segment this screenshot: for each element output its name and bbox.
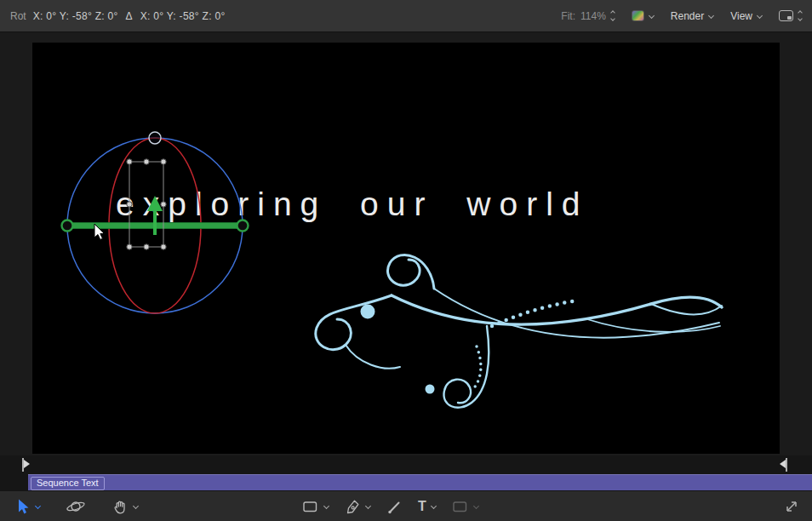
chevron-down-icon bbox=[757, 13, 763, 19]
transform-3d-tool[interactable] bbox=[64, 496, 88, 517]
hand-tool-icon bbox=[112, 498, 129, 515]
gizmo-top-handle[interactable] bbox=[149, 132, 161, 144]
gizmo-right-handle[interactable] bbox=[237, 220, 249, 232]
expand-canvas-control[interactable] bbox=[781, 496, 802, 517]
display-options-icon bbox=[779, 10, 793, 21]
chevron-down-icon bbox=[708, 13, 714, 19]
selection-handles[interactable] bbox=[127, 159, 166, 249]
chevron-down-icon[interactable] bbox=[133, 503, 139, 509]
mini-timeline[interactable] bbox=[0, 455, 812, 474]
orbit-tool-icon bbox=[66, 498, 86, 515]
select-tool-icon bbox=[15, 498, 31, 515]
sequence-text-bar[interactable]: Sequence Text bbox=[28, 474, 812, 490]
view-menu-label: View bbox=[730, 10, 752, 22]
rectangle-tool[interactable] bbox=[300, 496, 330, 517]
resize-icon bbox=[783, 498, 800, 515]
zoom-stepper[interactable] bbox=[611, 11, 615, 20]
chevron-up-icon bbox=[798, 10, 803, 15]
flourish-graphic[interactable] bbox=[264, 244, 723, 423]
canvas[interactable]: exploring our world bbox=[32, 43, 780, 454]
delta-values: X: 0° Y: -58° Z: 0° bbox=[140, 10, 226, 22]
zoom-value: 114% bbox=[580, 10, 606, 22]
rotation-values: X: 0° Y: -58° Z: 0° bbox=[33, 10, 118, 22]
chevron-down-icon[interactable] bbox=[431, 503, 437, 509]
chevron-down-icon bbox=[649, 13, 655, 19]
play-range-in-marker[interactable] bbox=[21, 458, 31, 472]
play-range-out-marker[interactable] bbox=[778, 458, 788, 472]
chevron-down-icon[interactable] bbox=[323, 503, 329, 509]
select-tool[interactable] bbox=[14, 496, 42, 517]
mouse-cursor-icon bbox=[94, 223, 107, 242]
motion-canvas-window: Rot X: 0° Y: -58° Z: 0° Δ X: 0° Y: -58° … bbox=[0, 0, 812, 521]
chevron-down-icon[interactable] bbox=[35, 503, 41, 509]
display-options-control[interactable] bbox=[779, 10, 802, 21]
render-menu-label: Render bbox=[671, 10, 704, 22]
rotation-label: Rot bbox=[10, 10, 26, 22]
bezier-tool[interactable] bbox=[342, 496, 372, 517]
color-correction-menu[interactable] bbox=[632, 10, 654, 21]
chevron-down-icon bbox=[610, 16, 615, 21]
line-tool-icon bbox=[386, 498, 403, 515]
color-swatch-icon bbox=[632, 10, 644, 21]
bezier-tool-icon bbox=[344, 498, 361, 515]
text-tool[interactable]: T bbox=[416, 498, 437, 515]
gizmo-left-handle[interactable] bbox=[62, 220, 73, 232]
chevron-down-icon[interactable] bbox=[365, 503, 371, 509]
gizmo-up-arrow[interactable] bbox=[147, 196, 163, 235]
delta-symbol: Δ bbox=[126, 10, 133, 22]
chevron-down-icon[interactable] bbox=[473, 503, 479, 509]
chevron-up-icon bbox=[610, 10, 615, 15]
top-toolbar: Rot X: 0° Y: -58° Z: 0° Δ X: 0° Y: -58° … bbox=[0, 0, 812, 32]
mask-tool[interactable] bbox=[449, 496, 480, 517]
sequence-text-label: Sequence Text bbox=[31, 477, 105, 490]
rotation-gizmo[interactable] bbox=[60, 128, 255, 323]
timeline-track-row: Sequence Text bbox=[0, 474, 812, 490]
display-stepper[interactable] bbox=[798, 11, 802, 20]
stroke-tool[interactable] bbox=[384, 496, 404, 517]
render-menu[interactable]: Render bbox=[671, 10, 713, 22]
mask-tool-icon bbox=[451, 498, 469, 515]
bottom-toolbar: T bbox=[0, 490, 812, 521]
pan-tool[interactable] bbox=[110, 496, 140, 517]
viewport: exploring our world bbox=[0, 32, 812, 455]
rectangle-tool-icon bbox=[301, 498, 319, 515]
view-menu[interactable]: View bbox=[730, 10, 762, 22]
fit-label: Fit: bbox=[561, 10, 575, 22]
chevron-down-icon bbox=[798, 16, 803, 21]
text-tool-icon: T bbox=[418, 500, 426, 513]
zoom-control[interactable]: Fit: 114% bbox=[561, 10, 614, 22]
